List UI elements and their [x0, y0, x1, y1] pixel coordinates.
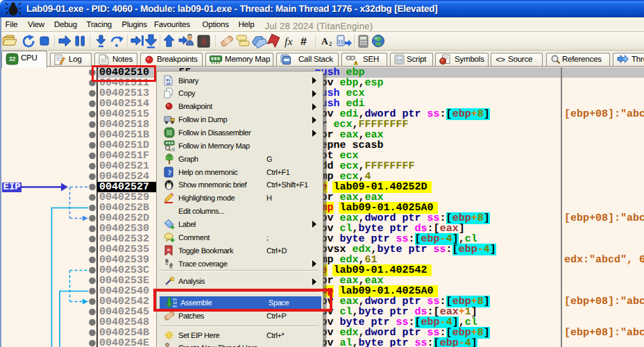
svg-text:@: @: [171, 146, 175, 151]
svg-text:10: 10: [166, 81, 170, 85]
svg-text:n: n: [167, 247, 170, 252]
svg-text:?: ?: [168, 169, 171, 177]
svg-text:<>: <>: [396, 58, 402, 64]
svg-text:<>: <>: [495, 55, 505, 65]
svg-text:32: 32: [9, 56, 16, 62]
